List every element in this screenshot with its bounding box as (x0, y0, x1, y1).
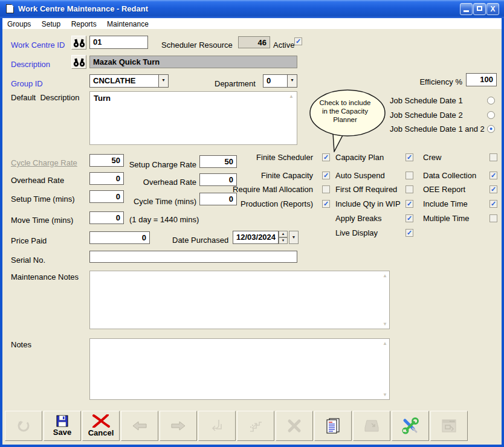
first-off-required-label: First Off Required (335, 185, 397, 194)
overhead-rate-2-label: Overhead Rate (124, 178, 196, 187)
price-paid-label: Price Paid (11, 236, 47, 245)
chevron-down-icon[interactable]: ▼ (287, 75, 297, 87)
job-schedule-date-2-label: Job Schedule Date 2 (390, 111, 463, 120)
first-off-required-checkbox[interactable] (405, 185, 413, 193)
save-button-label: Save (53, 428, 71, 437)
menu-groups[interactable]: Groups (4, 19, 34, 28)
require-matl-allocation-checkbox[interactable] (322, 185, 330, 193)
production-reports-label: Production (Reports) (205, 199, 313, 208)
bottom-toolbar: Save Cancel (5, 411, 468, 441)
finite-scheduler-label: Finite Scheduler (205, 153, 313, 162)
date-spin-down-button[interactable]: ▼ (279, 237, 288, 244)
data-collection-checkbox[interactable]: ✓ (489, 172, 497, 179)
capacity-plan-checkbox[interactable]: ✓ (405, 153, 413, 161)
scroll-up-icon: ▲ (383, 341, 387, 346)
job-schedule-date-1-label: Job Schedule Date 1 (390, 96, 463, 105)
cycle-charge-rate-input[interactable]: 50 (89, 154, 124, 167)
department-dropdown[interactable]: 0 ▼ (263, 74, 297, 88)
statistics-button (237, 411, 274, 441)
apply-breaks-checkbox[interactable]: ✓ (405, 214, 413, 222)
export-button (353, 411, 390, 441)
multiple-time-checkbox[interactable] (489, 214, 497, 222)
notes-label: Notes (11, 340, 31, 349)
serial-no-input[interactable] (89, 251, 297, 263)
job-schedule-date-1-and-2-radio[interactable]: ● (487, 125, 495, 133)
minimize-button[interactable] (460, 3, 473, 15)
efficiency-label: Efficiency % (396, 77, 462, 86)
job-schedule-date-1-radio[interactable] (487, 97, 495, 105)
production-reports-checkbox[interactable]: ✓ (322, 200, 330, 208)
maximize-button[interactable] (473, 3, 486, 15)
auto-suspend-label: Auto Suspend (335, 171, 385, 180)
save-button[interactable]: Save (44, 411, 81, 441)
date-dropdown-button[interactable]: ▼ (289, 231, 299, 244)
overhead-rate-1-label: Overhead Rate (11, 176, 64, 185)
undo-button (5, 411, 42, 441)
department-label: Department (215, 79, 256, 88)
menu-setup[interactable]: Setup (39, 19, 63, 28)
setup-time-label: Setup Time (mins) (11, 195, 74, 204)
delete-button (276, 411, 313, 441)
chevron-down-icon[interactable]: ▼ (158, 75, 168, 87)
move-time-label: Move Time (mins) (11, 216, 73, 225)
default-description-input[interactable]: Turn (89, 91, 297, 145)
efficiency-input[interactable]: 100 (466, 73, 497, 86)
arrow-left-icon (132, 420, 147, 432)
include-time-checkbox[interactable]: ✓ (489, 200, 497, 208)
overhead-rate-1-input[interactable]: 0 (89, 172, 124, 185)
crew-checkbox[interactable] (489, 153, 497, 161)
cycle-time-label: Cycle Time (mins) (124, 197, 196, 206)
department-value: 0 (267, 76, 271, 85)
group-id-dropdown[interactable]: CNCLATHE ▼ (89, 74, 169, 88)
job-schedule-date-2-radio[interactable] (487, 111, 495, 119)
finite-capacity-checkbox[interactable]: ✓ (322, 172, 330, 179)
work-centre-id-input[interactable]: 01 (89, 36, 148, 49)
scheduler-resource-value: 46 (238, 36, 270, 48)
description-field[interactable]: Mazak Quick Turn (89, 56, 297, 68)
active-checkbox[interactable]: ✓ (294, 37, 302, 45)
undo-icon (16, 418, 31, 434)
window-border-left (0, 18, 2, 447)
tools-icon (402, 417, 419, 434)
minimize-icon (464, 10, 469, 12)
red-x-icon (91, 414, 111, 428)
app-icon (6, 4, 14, 13)
include-qty-in-wip-checkbox[interactable]: ✓ (405, 200, 413, 208)
price-paid-input[interactable]: 0 (89, 231, 150, 244)
group-id-label: Group ID (11, 79, 43, 88)
auto-suspend-checkbox[interactable] (405, 172, 413, 179)
setup-time-input[interactable]: 0 (89, 190, 124, 203)
description-lookup-button[interactable] (71, 55, 86, 69)
finite-scheduler-checkbox[interactable]: ✓ (322, 153, 330, 161)
hook-arrow-icon (209, 418, 225, 434)
binoculars-icon (73, 57, 85, 67)
next-record-button (160, 411, 197, 441)
date-spin-up-button[interactable]: ▲ (279, 231, 288, 237)
move-time-input[interactable]: 0 (89, 211, 124, 224)
date-purchased-input[interactable]: 12/03/2024 (233, 231, 279, 244)
cancel-button[interactable]: Cancel (82, 411, 120, 441)
live-display-label: Live Display (335, 228, 378, 237)
maximize-icon (477, 6, 482, 11)
oee-report-checkbox[interactable]: ✓ (489, 185, 497, 193)
work-centre-lookup-button[interactable] (71, 36, 86, 50)
close-button[interactable]: X (486, 3, 499, 15)
close-icon: X (490, 5, 495, 13)
drive-icon (363, 418, 380, 434)
cycle-charge-rate-label: Cycle Charge Rate (11, 158, 77, 167)
serial-no-label: Serial No. (11, 256, 45, 265)
report-button[interactable] (314, 411, 352, 441)
multiple-time-label: Multiple Time (423, 214, 470, 223)
default-description-label: Default Description (11, 93, 79, 102)
notes-input[interactable]: ▲ ▼ (89, 338, 390, 400)
menu-reports[interactable]: Reports (68, 19, 100, 28)
grey-x-icon (286, 419, 302, 433)
menu-bar: Groups Setup Reports Maintenance (2, 18, 502, 29)
window-icon (441, 418, 457, 434)
menu-maintenance[interactable]: Maintenance (104, 19, 152, 28)
tools-button[interactable] (392, 411, 429, 441)
live-display-checkbox[interactable]: ✓ (405, 229, 413, 237)
insert-button (198, 411, 236, 441)
window-title: Work Centre Maintenance - Redant (18, 4, 148, 13)
maintenance-notes-input[interactable]: ▲ ▼ (89, 271, 390, 329)
